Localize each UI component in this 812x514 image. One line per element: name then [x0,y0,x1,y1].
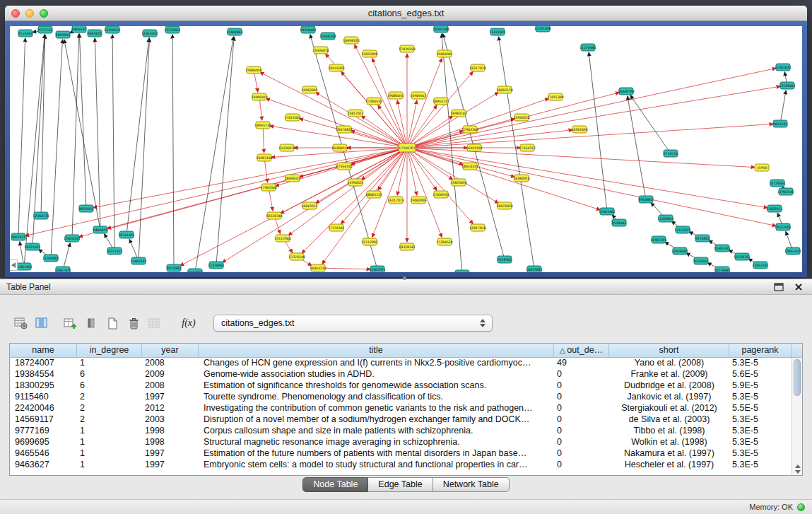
graph-edge[interactable] [195,37,233,272]
table-cell[interactable]: 0 [554,437,609,448]
table-mode-icon[interactable] [10,314,31,333]
table-cell[interactable]: Changes of HCN gene expression and I(f) … [199,358,554,369]
table-cell[interactable]: Tourette syndrome. Phenomenology and cla… [199,392,554,403]
table-row[interactable]: 946554611997Estimation of the future num… [10,448,792,460]
table-cell[interactable]: 5.6E-5 [729,369,792,380]
table-cell[interactable]: 1 [77,460,142,471]
table-cell[interactable]: Corpus callosum shape and size in male p… [199,426,554,437]
table-cell[interactable]: 5.3E-5 [729,460,792,471]
graph-edge[interactable] [64,40,100,230]
table-cell[interactable]: 5.5E-5 [729,403,792,414]
graph-edge[interactable] [180,148,407,266]
table-cell[interactable]: 0 [554,426,609,437]
vertical-scrollbar[interactable] [792,358,802,475]
tab-node-table[interactable]: Node Table [302,477,368,492]
table-cell[interactable]: 1 [77,448,142,460]
graph-edge[interactable] [628,96,646,199]
table-row[interactable]: 1830029562008Estimation of significance … [10,380,792,392]
graph-edge[interactable] [780,90,786,124]
table-row[interactable]: 911546021997Tourette syndrome. Phenomeno… [10,392,792,403]
show-columns-icon[interactable] [31,314,52,333]
graph-edge[interactable] [361,116,407,148]
table-cell[interactable]: Yano et al. (2008) [609,358,729,369]
graph-edge[interactable] [126,38,149,235]
scroll-up-icon[interactable] [795,465,801,468]
delete-table-icon[interactable] [123,314,144,333]
table-cell[interactable]: 5.3E-5 [729,392,792,403]
float-panel-icon[interactable] [774,282,784,291]
column-header-name[interactable]: name [10,344,77,358]
table-cell[interactable]: 9777169 [10,426,77,437]
graph-edge[interactable] [25,148,407,235]
table-cell[interactable]: 5.3E-5 [729,448,792,460]
graph-edge[interactable] [79,34,86,209]
table-row[interactable]: 2242004622012Investigating the contribut… [10,403,792,414]
table-cell[interactable]: 5.9E-5 [729,380,792,392]
graph-edge[interactable] [112,35,114,251]
table-cell[interactable]: Investigating the contribution of common… [199,403,554,414]
table-cell[interactable]: 0 [554,448,609,460]
table-cell[interactable]: 0 [554,380,609,392]
graph-edge[interactable] [172,35,174,268]
column-header-year[interactable]: year [142,344,199,358]
function-builder-icon[interactable]: f(x) [177,314,201,333]
column-header-short[interactable]: short [609,344,729,358]
table-cell[interactable]: 0 [554,392,609,403]
import-table-icon[interactable] [144,314,165,333]
graph-edge[interactable] [139,38,150,261]
graph-edge[interactable] [260,72,407,148]
table-cell[interactable]: Franke et al. (2009) [609,369,729,380]
table-cell[interactable]: 1997 [142,460,199,471]
table-cell[interactable]: 0 [554,414,609,426]
table-cell[interactable]: 2009 [142,369,199,380]
selected-rows-icon[interactable] [81,314,102,333]
column-header-title[interactable]: title [199,344,554,358]
close-window-button[interactable] [11,9,20,18]
table-cell[interactable]: 19384554 [10,369,77,380]
table-cell[interactable]: 6 [77,369,142,380]
table-cell[interactable]: 6 [77,380,142,392]
graph-edge[interactable] [322,148,407,264]
network-window[interactable]: citations_edges.txt 17240707169591021851… [5,6,807,277]
minimize-window-button[interactable] [25,9,34,18]
graph-edge[interactable] [407,148,498,203]
graph-edge[interactable] [72,34,79,238]
window-titlebar[interactable]: citations_edges.txt [5,6,807,21]
table-cell[interactable]: 2 [77,414,142,426]
table-cell[interactable]: 1 [77,358,142,369]
graph-edge[interactable] [93,148,407,208]
graph-edge[interactable] [442,34,462,272]
table-cell[interactable]: de Silva et al. (2003) [609,414,729,426]
new-table-icon[interactable] [102,314,123,333]
scroll-down-icon[interactable] [795,470,801,474]
column-header-in_degree[interactable]: in_degree [77,344,142,358]
splitter-handle[interactable] [403,276,406,280]
table-cell[interactable]: 9463627 [10,460,77,471]
collapse-arrow-icon[interactable] [10,259,18,271]
table-cell[interactable]: Disruption of a novel member of a sodium… [199,414,554,426]
create-column-icon[interactable] [59,314,81,333]
table-cell[interactable]: Nakamura et al. (1997) [609,448,729,460]
table-cell[interactable]: 1 [77,426,142,437]
graph-edge[interactable] [589,52,607,211]
table-cell[interactable]: 5.3E-5 [729,437,792,448]
tab-network-table[interactable]: Network Table [433,477,510,492]
table-cell[interactable]: 2 [77,403,142,414]
table-row[interactable]: 1456911722003Disruption of a novel membe… [10,414,792,426]
table-selector-dropdown[interactable]: citations_edges.txt [213,315,493,332]
table-cell[interactable]: 5.3E-5 [729,358,792,369]
table-cell[interactable]: Embryonic stem cells: a model to study s… [199,460,554,471]
table-cell[interactable]: Tibbo et al. (1998) [609,426,729,437]
table-cell[interactable]: 5.3E-5 [729,426,792,437]
table-cell[interactable]: 22420046 [10,403,77,414]
column-header-out_de[interactable]: △ out_de… [554,344,609,358]
table-cell[interactable]: 1997 [142,448,199,460]
graph-edge[interactable] [407,148,776,226]
table-cell[interactable]: 0 [554,403,609,414]
table-cell[interactable]: Wolkin et al. (1998) [609,437,729,448]
table-cell[interactable]: 0 [554,369,609,380]
table-cell[interactable]: 0 [554,460,609,471]
table-cell[interactable]: 1998 [142,437,199,448]
graph-edge[interactable] [51,40,62,258]
table-cell[interactable]: 5.3E-5 [729,414,792,426]
